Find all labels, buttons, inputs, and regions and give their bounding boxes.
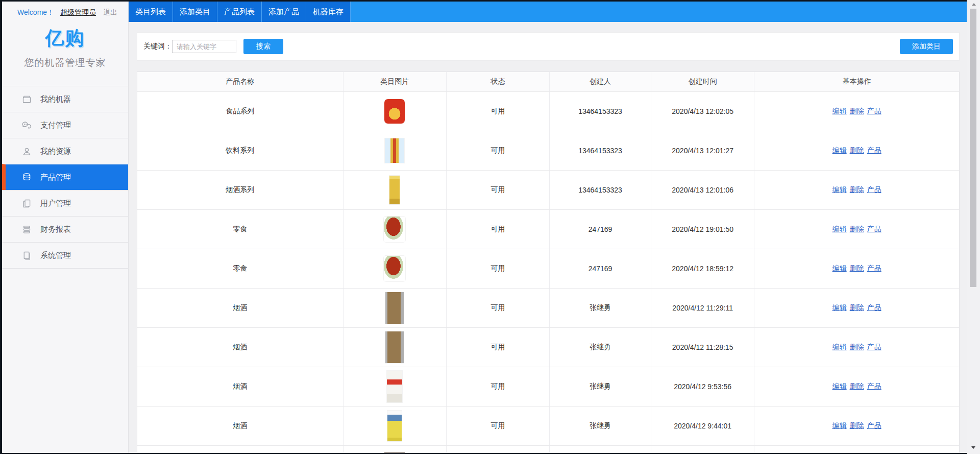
sidebar-item-my-machines[interactable]: 我的机器: [2, 86, 128, 112]
action-link-编辑[interactable]: 编辑: [832, 225, 847, 234]
actions-cell: 编辑删除产品: [754, 289, 959, 327]
sidebar-item-payments[interactable]: 支付管理: [2, 112, 128, 138]
logo-area: 亿购 您的机器管理专家: [2, 26, 128, 69]
status-cell: [447, 446, 550, 453]
welcome-text: Welcome！: [17, 8, 54, 16]
product-name-cell: 烟酒: [137, 407, 344, 445]
product-name-cell: 食品系列: [137, 92, 344, 131]
column-header-basic-actions: 基本操作: [754, 72, 959, 91]
sidebar-item-my-resources[interactable]: 我的资源: [2, 138, 128, 164]
table-row: 烟酒 可用 张继勇 2020/4/12 11:28:15 编辑删除产品: [137, 328, 959, 367]
status-cell: 可用: [447, 328, 550, 367]
action-link-产品[interactable]: 产品: [867, 421, 881, 431]
action-link-产品[interactable]: 产品: [867, 382, 881, 391]
tab-machine-inventory[interactable]: 机器库存: [306, 2, 351, 22]
status-cell: 可用: [447, 367, 550, 406]
category-image-cell: [344, 367, 447, 406]
action-link-删除[interactable]: 删除: [850, 107, 864, 116]
app-window: Welcome！ 超级管理员 退出 亿购 您的机器管理专家 我的机器 支付管理: [2, 2, 967, 453]
actions-cell: 编辑删除产品: [754, 367, 959, 406]
action-link-删除[interactable]: 删除: [850, 264, 864, 273]
action-link-删除[interactable]: 删除: [850, 421, 864, 431]
created-time-cell: 2020/4/12 19:01:50: [651, 210, 754, 249]
creator-cell: 张继勇: [550, 328, 651, 367]
creator-cell: 13464153323: [550, 171, 651, 209]
action-link-产品[interactable]: 产品: [867, 107, 881, 116]
status-cell: 可用: [447, 289, 550, 327]
action-link-产品[interactable]: 产品: [867, 264, 881, 273]
sidebar-item-system-management[interactable]: 系统管理: [2, 242, 128, 269]
created-time-cell: 2020/4/12 9:53:56: [651, 367, 754, 406]
scrollbar-up-arrow-icon[interactable]: [972, 3, 976, 6]
action-link-编辑[interactable]: 编辑: [832, 382, 847, 391]
table-row: 饮料系列 可用 13464153323 2020/4/13 12:01:27 编…: [137, 131, 959, 171]
creator-cell: 13464153323: [550, 92, 651, 131]
sidebar-item-label: 财务报表: [40, 225, 71, 234]
table-row: [137, 446, 959, 453]
action-link-产品[interactable]: 产品: [867, 185, 881, 195]
vertical-scrollbar[interactable]: [967, 0, 980, 454]
action-link-编辑[interactable]: 编辑: [832, 146, 847, 155]
brand-logo: 亿购: [2, 26, 128, 51]
tab-add-category[interactable]: 添加类目: [173, 2, 217, 22]
table-row: 食品系列 可用 13464153323 2020/4/13 12:02:05 编…: [137, 92, 959, 131]
product-name-cell: 饮料系列: [137, 131, 344, 170]
action-link-编辑[interactable]: 编辑: [832, 343, 847, 352]
welcome-row: Welcome！ 超级管理员 退出: [2, 2, 128, 17]
action-link-删除[interactable]: 删除: [850, 185, 864, 195]
tab-product-list[interactable]: 产品列表: [217, 2, 262, 22]
keyword-input[interactable]: [172, 40, 236, 53]
sidebar-item-user-management[interactable]: 用户管理: [2, 190, 128, 216]
sidebar-item-financial-reports[interactable]: 财务报表: [2, 216, 128, 242]
creator-cell: 13464153323: [550, 131, 651, 170]
category-image-cell: [344, 328, 447, 367]
action-link-删除[interactable]: 删除: [850, 225, 864, 234]
created-time-cell: 2020/4/12 18:59:12: [651, 249, 754, 288]
scrollbar-down-arrow-icon[interactable]: [971, 446, 975, 449]
sidebar-item-product-management[interactable]: 产品管理: [2, 164, 128, 190]
column-header-status: 状态: [447, 72, 550, 91]
category-image-cell: [344, 446, 447, 453]
table-row: 烟酒 可用 张继勇 2020/4/12 11:29:11 编辑删除产品: [137, 289, 959, 328]
action-link-编辑[interactable]: 编辑: [832, 107, 847, 116]
sidebar-item-label: 产品管理: [40, 173, 71, 182]
actions-cell: 编辑删除产品: [754, 131, 959, 170]
action-link-产品[interactable]: 产品: [867, 343, 881, 352]
add-category-button[interactable]: 添加类目: [900, 39, 953, 54]
product-name-cell: 烟酒系列: [137, 171, 344, 209]
filter-panel: 关键词： 搜索 添加类目: [137, 32, 960, 61]
brown-cigarette-box: [385, 331, 404, 363]
action-link-编辑[interactable]: 编辑: [832, 421, 847, 431]
admin-user-link[interactable]: 超级管理员: [60, 8, 96, 16]
created-time-cell: 2020/4/12 11:29:11: [651, 289, 754, 327]
tab-category-list[interactable]: 类目列表: [129, 2, 173, 22]
column-header-created-time: 创建时间: [651, 72, 754, 91]
action-link-产品[interactable]: 产品: [867, 303, 881, 313]
category-image-cell: [344, 249, 447, 288]
action-link-编辑[interactable]: 编辑: [832, 185, 847, 195]
creator-cell: 张继勇: [550, 407, 651, 445]
actions-cell: 编辑删除产品: [754, 249, 959, 288]
actions-cell: 编辑删除产品: [754, 210, 959, 249]
main-area: 类目列表 添加类目 产品列表 添加产品 机器库存 关键词： 搜索 添加类目 产品…: [129, 2, 967, 453]
creator-cell: 张继勇: [550, 289, 651, 327]
product-name-cell: 烟酒: [137, 289, 344, 327]
action-link-删除[interactable]: 删除: [850, 343, 864, 352]
search-button[interactable]: 搜索: [243, 39, 283, 54]
column-header-product-name: 产品名称: [137, 72, 344, 91]
action-link-产品[interactable]: 产品: [867, 146, 881, 155]
action-link-编辑[interactable]: 编辑: [832, 303, 847, 313]
action-link-删除[interactable]: 删除: [850, 146, 864, 155]
action-link-产品[interactable]: 产品: [867, 225, 881, 234]
creator-cell: [550, 446, 651, 453]
tab-add-product[interactable]: 添加产品: [262, 2, 306, 22]
table-row: 零食 可用 247169 2020/4/12 18:59:12 编辑删除产品: [137, 249, 959, 289]
category-image-cell: [344, 171, 447, 209]
action-link-删除[interactable]: 删除: [850, 303, 864, 313]
scrollbar-thumb[interactable]: [970, 9, 976, 287]
action-link-删除[interactable]: 删除: [850, 382, 864, 391]
logout-link[interactable]: 退出: [103, 8, 117, 16]
category-image-cell: [344, 131, 447, 170]
action-link-编辑[interactable]: 编辑: [832, 264, 847, 273]
drink-can: [385, 138, 404, 163]
